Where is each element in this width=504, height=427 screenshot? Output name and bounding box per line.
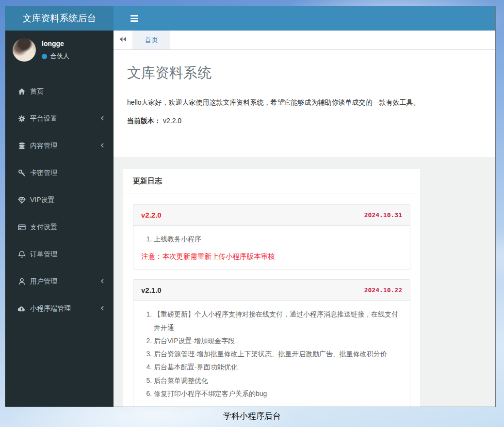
gem-icon	[17, 196, 26, 204]
page-title: 文库资料系统	[127, 63, 482, 83]
double-left-arrow-icon	[119, 36, 127, 44]
sidebar-toggle-button[interactable]	[128, 12, 141, 25]
changelog-date: 2024.10.22	[364, 286, 402, 294]
sidebar-item-label: 卡密管理	[30, 169, 57, 177]
sidebar-item-label: 订单管理	[30, 250, 57, 259]
sidebar-item-label: 小程序端管理	[30, 304, 71, 313]
chevron-left-icon	[100, 278, 105, 285]
version-value: v2.2.0	[163, 117, 181, 125]
changelog-item: 【重磅更新】个人小程序支持对接在线支付，通过小程序消息推送链接，在线支付并开通	[154, 308, 402, 334]
changelog-note: 注意：本次更新需重新上传小程序版本审核	[141, 252, 402, 261]
changelog-card: 更新日志 v2.2.0 2024.10.31 上线教务小程序	[123, 169, 420, 407]
changelog-version: v2.1.0	[141, 286, 162, 294]
changelog-entry: v2.1.0 2024.10.22 【重磅更新】个人小程序支持对接在线支付，通过…	[133, 279, 410, 407]
credit-card-icon	[17, 223, 26, 231]
user-panel: longge 合伙人	[5, 31, 114, 73]
hamburger-icon	[130, 15, 138, 16]
current-version-line: 当前版本：v2.2.0	[127, 117, 482, 126]
sidebar-item-card-key-management[interactable]: 卡密管理	[5, 159, 114, 187]
changelog-entry-body: 【重磅更新】个人小程序支持对接在线支付，通过小程序消息推送链接，在线支付并开通 …	[133, 301, 410, 407]
key-icon	[17, 169, 26, 177]
changelog-item: 后台资源管理-增加批量修改上下架状态、批量开启激励广告、批量修改积分价	[154, 348, 402, 361]
sidebar-item-label: 用户管理	[30, 277, 57, 286]
online-status-icon	[42, 54, 47, 59]
changelog-version: v2.2.0	[141, 211, 162, 219]
sidebar-menu: 首页	[5, 78, 114, 322]
sidebar-item-vip-settings[interactable]: VIP设置	[5, 187, 114, 214]
changelog-card-body: v2.2.0 2024.10.31 上线教务小程序 注意：本次更新需重新上传小程…	[123, 193, 420, 407]
main-content: 首页 文库资料系统 hello大家好，欢迎大家使用这款文库资料系统，希望它能够成…	[114, 31, 495, 407]
welcome-section: 文库资料系统 hello大家好，欢迎大家使用这款文库资料系统，希望它能够成为辅助…	[114, 50, 495, 157]
changelog-item: 后台基本配置-界面功能优化	[154, 361, 402, 374]
changelog-entry-header: v2.1.0 2024.10.22	[133, 280, 410, 301]
changelog-entry: v2.2.0 2024.10.31 上线教务小程序 注意：本次更新需重新上传小程…	[133, 204, 410, 269]
sidebar-item-content-management[interactable]: 内容管理	[5, 132, 114, 159]
changelog-item: 上线教务小程序	[154, 233, 402, 246]
changelog-date: 2024.10.31	[364, 211, 402, 219]
user-icon	[17, 278, 26, 285]
tab-bar: 首页	[114, 31, 495, 50]
bell-icon	[17, 251, 26, 258]
chevron-left-icon	[100, 305, 105, 313]
sidebar-item-label: 内容管理	[30, 142, 57, 150]
admin-window: 文库资料系统后台 longge 合伙人	[5, 6, 496, 407]
sidebar-item-label: 首页	[30, 87, 44, 96]
collapse-tabs-button[interactable]	[114, 31, 133, 49]
sidebar-item-platform-settings[interactable]: 平台设置	[5, 105, 114, 132]
gear-icon	[17, 115, 26, 123]
greeting-text: hello大家好，欢迎大家使用这款文库资料系统，希望它能够成为辅助你谈单成交的一…	[127, 98, 482, 107]
navbar	[114, 6, 495, 31]
window-caption: 学科小程序后台	[0, 411, 504, 422]
tab-home[interactable]: 首页	[133, 31, 170, 49]
changelog-item: 后台VIP设置-增加现金字段	[154, 334, 402, 348]
changelog-card-title: 更新日志	[123, 169, 420, 193]
home-icon	[17, 88, 26, 95]
sidebar-item-label: 平台设置	[30, 114, 57, 123]
changelog-entry-header: v2.2.0 2024.10.31	[133, 205, 410, 226]
top-header: 文库资料系统后台	[5, 6, 495, 31]
avatar[interactable]	[13, 38, 36, 62]
sidebar-item-order-management[interactable]: 订单管理	[5, 241, 114, 268]
chevron-left-icon	[100, 115, 105, 123]
database-icon	[17, 142, 26, 150]
sidebar-item-label: 支付设置	[30, 223, 57, 232]
chevron-left-icon	[100, 142, 105, 150]
sidebar-item-label: VIP设置	[30, 196, 55, 205]
user-name: longge	[42, 40, 69, 47]
sidebar-item-home[interactable]: 首页	[5, 78, 114, 105]
changelog-item: 修复打印小程序不绑定客户关系的bug	[154, 387, 402, 400]
sidebar-item-miniprogram-management[interactable]: 小程序端管理	[5, 295, 114, 322]
sidebar: longge 合伙人 首页	[5, 31, 114, 407]
sidebar-item-payment-settings[interactable]: 支付设置	[5, 214, 114, 241]
user-role-label: 合伙人	[50, 52, 69, 61]
cloud-upload-icon	[17, 305, 26, 313]
user-status[interactable]: 合伙人	[42, 52, 69, 61]
changelog-item: 后台菜单调整优化	[154, 374, 402, 387]
changelog-entry-body: 上线教务小程序 注意：本次更新需重新上传小程序版本审核	[133, 226, 410, 269]
version-label: 当前版本：	[127, 117, 161, 125]
sidebar-item-user-management[interactable]: 用户管理	[5, 268, 114, 295]
brand-logo[interactable]: 文库资料系统后台	[5, 6, 114, 31]
desktop-background: 文库资料系统后台 longge 合伙人	[0, 0, 504, 427]
